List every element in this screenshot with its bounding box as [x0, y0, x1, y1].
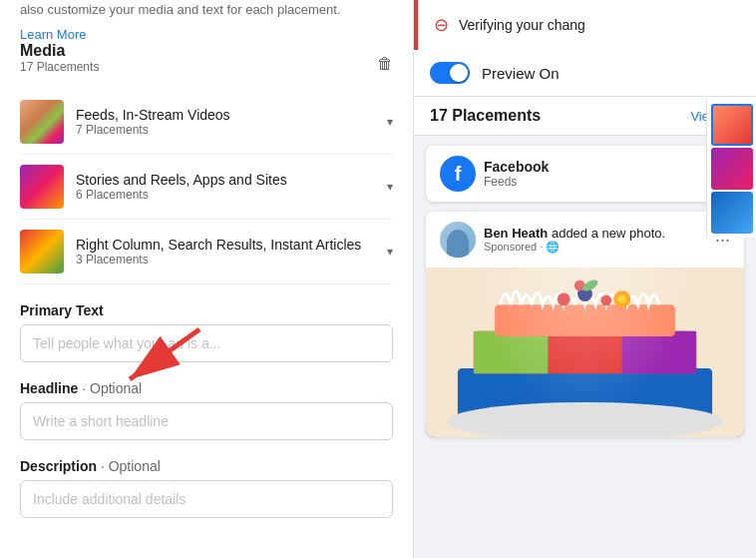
- thumb-mini-1[interactable]: [711, 104, 753, 146]
- placements-count: 17 Placements: [430, 107, 541, 125]
- left-panel: also customize your media and text for e…: [0, 0, 414, 558]
- placement-name-stories: Stories and Reels, Apps and Sites: [76, 172, 387, 188]
- post-card: Ben Heath added a new photo. Sponsored ·…: [426, 212, 744, 437]
- placement-thumb-column: [20, 230, 64, 274]
- minus-circle-icon: ⊖: [434, 14, 449, 36]
- facebook-logo-icon: f: [440, 156, 476, 192]
- placement-name-feeds: Feeds, In-Stream Videos: [76, 107, 387, 123]
- fb-platform-name: Facebook: [484, 159, 730, 175]
- placement-thumb-stories: [20, 165, 64, 209]
- toggle-track: [430, 62, 470, 84]
- chevron-down-icon-stories: ▾: [387, 180, 393, 194]
- verifying-banner: ⊖ Verifying your chang: [414, 0, 756, 50]
- fb-card-header: f Facebook Feeds: [426, 146, 744, 202]
- primary-text-section: Primary Text: [20, 302, 393, 362]
- post-username: Ben Heath added a new photo.: [484, 226, 707, 241]
- primary-text-input[interactable]: [20, 324, 393, 362]
- placement-name-column: Right Column, Search Results, Instant Ar…: [76, 237, 387, 253]
- post-meta: Sponsored · 🌐: [484, 241, 707, 254]
- cake-image: [426, 268, 744, 437]
- right-panel: ⊖ Verifying your chang Preview On 17 Pla…: [414, 0, 756, 558]
- headline-input[interactable]: [20, 402, 393, 440]
- media-title: Media: [20, 42, 99, 60]
- thumb-mini-2[interactable]: [711, 148, 753, 190]
- headline-section: Headline · Optional: [20, 380, 393, 440]
- placement-count-stories: 6 Placements: [76, 188, 387, 202]
- media-subtitle: 17 Placements: [20, 60, 99, 74]
- headline-label: Headline · Optional: [20, 380, 393, 396]
- thumb-mini-3[interactable]: [711, 192, 753, 234]
- trash-icon[interactable]: 🗑: [377, 55, 393, 73]
- headline-optional: · Optional: [82, 380, 142, 396]
- verifying-text: Verifying your chang: [459, 17, 585, 33]
- post-header: Ben Heath added a new photo. Sponsored ·…: [426, 212, 744, 268]
- fb-placement-label: Feeds: [484, 175, 730, 189]
- placement-count-column: 3 Placements: [76, 253, 387, 267]
- cake-drip-overlay: [458, 268, 712, 437]
- preview-toggle[interactable]: [430, 62, 470, 84]
- chevron-down-icon-feeds: ▾: [387, 115, 393, 129]
- primary-text-label: Primary Text: [20, 302, 393, 318]
- placements-bar: 17 Placements View Mo: [414, 97, 756, 136]
- description-optional: · Optional: [101, 458, 161, 474]
- description-section: Description · Optional: [20, 458, 393, 518]
- preview-label: Preview On: [482, 65, 560, 82]
- facebook-platform-card: f Facebook Feeds: [426, 146, 744, 202]
- description-input[interactable]: [20, 480, 393, 518]
- placement-item-stories[interactable]: Stories and Reels, Apps and Sites 6 Plac…: [20, 155, 393, 220]
- placement-item-column[interactable]: Right Column, Search Results, Instant Ar…: [20, 220, 393, 284]
- avatar: [440, 222, 476, 258]
- preview-bar: Preview On: [414, 50, 756, 97]
- thumbnails-strip: [706, 100, 756, 238]
- placement-count-feeds: 7 Placements: [76, 123, 387, 137]
- post-action-text: added a new photo.: [552, 226, 665, 241]
- chevron-down-icon-column: ▾: [387, 245, 393, 259]
- description-label: Description · Optional: [20, 458, 393, 474]
- placement-item-feeds[interactable]: Feeds, In-Stream Videos 7 Placements ▾: [20, 90, 393, 155]
- placement-thumb-feeds: [20, 100, 64, 144]
- toggle-thumb: [450, 64, 468, 82]
- media-section-header: Media 17 Placements 🗑: [20, 42, 393, 86]
